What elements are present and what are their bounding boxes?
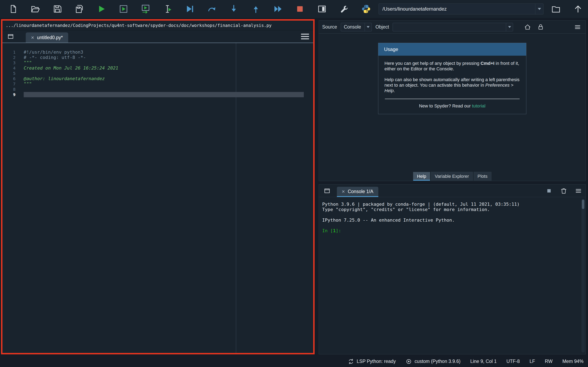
permissions-status: RW: [545, 359, 553, 364]
pane-tab-plots[interactable]: Plots: [474, 172, 492, 181]
code-text: #!/usr/bin/env python3: [24, 50, 304, 55]
preferences-wrench-button[interactable]: [334, 2, 354, 16]
browse-directory-button[interactable]: [546, 2, 566, 16]
step-return-button[interactable]: [246, 2, 265, 16]
save-all-button[interactable]: [70, 2, 89, 16]
console-output-line: Python 3.9.6 | packaged by conda-forge |…: [322, 202, 577, 207]
run-cell-advance-button[interactable]: [136, 2, 155, 16]
code-text: """: [24, 60, 304, 66]
interpreter-icon: [406, 358, 412, 365]
pane-tab-variable-explorer[interactable]: Variable Explorer: [431, 172, 473, 181]
line-number: 4: [2, 66, 24, 71]
home-button[interactable]: [523, 22, 532, 32]
console-scrollbar[interactable]: [581, 199, 585, 352]
run-cell-button[interactable]: [114, 2, 133, 16]
console-output-area[interactable]: Python 3.9.6 | packaged by conda-forge |…: [319, 197, 586, 354]
lsp-status[interactable]: LSP Python: ready: [348, 358, 396, 365]
python-path-manager-button[interactable]: [356, 2, 376, 16]
step-over-button[interactable]: [202, 2, 221, 16]
lock-button[interactable]: [536, 22, 545, 32]
pane-icon: [323, 187, 331, 194]
browse-tabs-button[interactable]: [5, 31, 16, 42]
editor-line-9[interactable]: 9: [2, 92, 313, 97]
line-number: 8: [2, 87, 24, 92]
editor-line-8[interactable]: 8: [2, 87, 313, 92]
object-label: Object: [375, 24, 389, 30]
main-toolbar-icons: [4, 2, 376, 16]
continue-icon: [273, 4, 283, 14]
usage-card-body: Here you can get help of any object by p…: [378, 56, 526, 114]
editor-line-2[interactable]: 2# -*- coding: utf-8 -*-: [2, 55, 313, 60]
step-into-button[interactable]: [224, 2, 243, 16]
source-select-dropdown[interactable]: [365, 23, 372, 31]
run-file-button[interactable]: [92, 2, 111, 16]
console-prompt[interactable]: In [1]:: [322, 228, 577, 234]
source-select[interactable]: Console: [341, 23, 372, 31]
main-toolbar: [0, 0, 588, 18]
usage-footer: New to Spyder? Read our tutorial: [384, 103, 520, 109]
browse-tabs-button[interactable]: [321, 185, 333, 196]
maximize-pane-icon: [317, 4, 327, 14]
usage-card-title: Usage: [378, 43, 526, 56]
new-file-button[interactable]: [4, 2, 23, 16]
source-select-value: Console: [341, 24, 365, 30]
sync-arrows-icon: [348, 358, 354, 365]
pane-tab-help[interactable]: Help: [413, 172, 430, 181]
scrollbar-thumb[interactable]: [582, 200, 584, 209]
run-selection-button[interactable]: [158, 2, 177, 16]
tutorial-link[interactable]: tutorial: [472, 103, 485, 108]
help-options-menu-button[interactable]: [573, 22, 582, 32]
go-up-button[interactable]: [568, 2, 588, 16]
interpreter-status[interactable]: custom (Python 3.9.6): [406, 358, 460, 365]
home-icon: [524, 24, 531, 31]
hamburger-menu-icon: [574, 24, 581, 31]
usage-paragraph-1: Here you can get help of any object by p…: [384, 60, 520, 72]
close-icon[interactable]: ×: [342, 189, 345, 194]
line-number: 7: [2, 81, 24, 87]
editor-options-menu-button[interactable]: [299, 31, 311, 42]
interrupt-kernel-button[interactable]: [544, 186, 554, 196]
step-into-icon: [229, 4, 238, 14]
working-directory-input[interactable]: [379, 4, 535, 14]
save-button[interactable]: [48, 2, 67, 16]
go-up-icon: [573, 4, 583, 14]
cursor-position-status: Line 9, Col 1: [470, 359, 497, 364]
console-options-menu-button[interactable]: [574, 186, 583, 196]
close-icon[interactable]: ×: [31, 35, 34, 40]
working-directory-combo[interactable]: [379, 3, 544, 15]
editor-line-3[interactable]: 3""": [2, 60, 313, 66]
tab-untitled0[interactable]: × untitled0.py*: [26, 33, 68, 43]
help-panel: Source Console Object Usage Here you can…: [319, 20, 586, 181]
new-file-icon: [9, 4, 18, 14]
editor-code-area[interactable]: 1#!/usr/bin/env python32# -*- coding: ut…: [2, 43, 313, 353]
remove-console-button[interactable]: [559, 186, 568, 196]
usage-paragraph-2: Help can also be shown automatically aft…: [384, 77, 520, 93]
editor-line-6[interactable]: 6@author: linourdanetafernandez: [2, 76, 313, 81]
help-pane-tabs: HelpVariable ExplorerPlots: [319, 171, 586, 181]
editor-line-5[interactable]: 5: [2, 71, 313, 76]
code-text: # -*- coding: utf-8 -*-: [24, 55, 304, 60]
console-output-line: Type "copyright", "credits" or "license"…: [322, 207, 577, 212]
source-label: Source: [322, 24, 337, 30]
console-panel: × Console 1/A Python 3.9.6 | packaged by…: [319, 184, 586, 354]
encoding-status: UTF-8: [507, 359, 520, 364]
lock-icon: [537, 24, 544, 31]
console-output-line: [322, 223, 577, 228]
tab-console-1a[interactable]: × Console 1/A: [337, 187, 378, 197]
editor-line-7[interactable]: 7""": [2, 81, 313, 87]
editor-line-4[interactable]: 4Created on Mon Jul 26 16:25:24 2021: [2, 66, 313, 71]
run-cell-icon: [119, 4, 128, 14]
continue-button[interactable]: [268, 2, 287, 16]
object-combobox[interactable]: [393, 23, 513, 31]
maximize-pane-button[interactable]: [312, 2, 332, 16]
stop-button[interactable]: [290, 2, 310, 16]
debug-file-button[interactable]: [180, 2, 199, 16]
line-number: 5: [2, 71, 24, 76]
open-file-button[interactable]: [26, 2, 45, 16]
editor-line-1[interactable]: 1#!/usr/bin/env python3: [2, 50, 313, 55]
object-combobox-dropdown[interactable]: [506, 23, 513, 31]
working-directory-dropdown-button[interactable]: [535, 4, 543, 14]
chevron-down-icon: [538, 8, 541, 10]
line-number: 2: [2, 55, 24, 60]
code-text: [24, 71, 304, 76]
